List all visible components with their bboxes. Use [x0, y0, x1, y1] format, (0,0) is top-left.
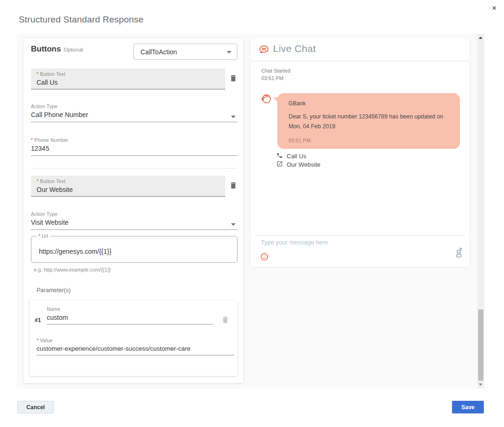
- live-chat-title: Live Chat: [273, 43, 316, 54]
- button-text-field-2[interactable]: *Button Text Our Website: [31, 176, 225, 197]
- external-link-icon: [276, 161, 283, 169]
- parameter-name-label: Name: [47, 306, 213, 312]
- agent-avatar-icon: [260, 92, 273, 107]
- parameter-value-field[interactable]: *Value customer-experience/customer-succ…: [37, 338, 234, 355]
- chat-action-call-us[interactable]: Call Us: [276, 152, 306, 160]
- live-chat-preview-card: Live Chat Chat Started 03:51 PM GBank De…: [251, 38, 469, 267]
- action-type-label: Action Type: [31, 211, 237, 217]
- required-asterisk: *: [38, 233, 40, 239]
- buttons-section-heading: ButtonsOptional: [31, 44, 83, 54]
- chat-input-divider: [255, 235, 465, 236]
- buttons-form-card: ButtonsOptional CallToAction *Button Tex…: [23, 38, 243, 383]
- required-asterisk: *: [31, 137, 33, 143]
- chat-started-label: Chat Started: [261, 67, 290, 74]
- scroll-down-arrow-icon[interactable]: [479, 383, 482, 386]
- button-text-field-1[interactable]: *Button Text Call Us: [31, 68, 225, 89]
- parameter-index: #1: [35, 317, 41, 324]
- chevron-down-icon: [231, 223, 236, 226]
- parameter-value-value: customer-experience/customer-success/cus…: [37, 345, 234, 352]
- live-chat-header: Live Chat: [251, 38, 469, 61]
- phone-icon: [276, 152, 283, 160]
- chevron-down-icon: [227, 51, 231, 53]
- modal-body: ButtonsOptional CallToAction *Button Tex…: [17, 34, 477, 389]
- required-asterisk: *: [37, 338, 38, 343]
- parameter-row-card: #1 Name custom *Value customer-experienc…: [30, 300, 237, 376]
- url-field[interactable]: *Url https://genesys.com/{{1}}: [31, 236, 237, 263]
- close-icon[interactable]: ×: [492, 4, 496, 12]
- chat-started-time: 03:51 PM: [261, 74, 290, 82]
- message-time: 03:51 PM: [289, 138, 451, 143]
- save-button[interactable]: Save: [452, 401, 484, 413]
- scroll-up-arrow-icon[interactable]: [479, 37, 482, 39]
- phone-number-field[interactable]: *Phone Number 12345: [31, 137, 237, 156]
- button-type-dropdown[interactable]: CallToAction: [133, 44, 237, 60]
- action-type-field-2[interactable]: Action Type Visit Website: [31, 211, 237, 230]
- vertical-scrollbar[interactable]: [477, 34, 484, 389]
- chat-started-info: Chat Started 03:51 PM: [261, 67, 290, 82]
- parameter-name-field[interactable]: Name custom: [47, 306, 213, 324]
- chat-message-input[interactable]: [261, 239, 401, 246]
- url-hint: e.g. http://www.example.com/{{1}}: [34, 267, 111, 272]
- delete-button-2-trash-icon[interactable]: [229, 181, 238, 191]
- chevron-down-icon: [231, 116, 236, 118]
- scrollbar-thumb[interactable]: [478, 309, 483, 381]
- action-type-value: Visit Website: [31, 219, 237, 226]
- message-text: Dear S, your ticket number 123456789 has…: [289, 112, 455, 132]
- action-type-field-1[interactable]: Action Type Call Phone Number: [31, 103, 237, 122]
- message-sender: GBank: [289, 100, 451, 107]
- parameters-heading: Parameter(s): [37, 287, 71, 294]
- chat-action-our-website[interactable]: Our Website: [276, 161, 320, 169]
- button-text-label: *Button Text: [37, 71, 220, 77]
- button-text-label: *Button Text: [37, 178, 220, 184]
- phone-number-value: 12345: [31, 145, 237, 152]
- action-type-label: Action Type: [31, 103, 237, 109]
- parameter-value-label: *Value: [37, 338, 234, 343]
- modal-title: Structured Standard Response: [19, 15, 143, 25]
- delete-parameter-trash-icon[interactable]: [221, 316, 230, 325]
- chat-message-bubble: GBank Dear S, your ticket number 1234567…: [277, 93, 460, 149]
- chat-bubble-icon: [258, 44, 270, 58]
- required-asterisk: *: [37, 178, 38, 184]
- url-label: *Url: [37, 233, 50, 239]
- brand-logo-icon: [456, 248, 463, 260]
- section-divider: [31, 168, 237, 169]
- button-text-value: Our Website: [37, 186, 220, 193]
- button-text-value: Call Us: [37, 79, 220, 86]
- parameter-name-value: custom: [47, 314, 213, 321]
- action-type-value: Call Phone Number: [31, 111, 237, 118]
- delete-button-1-trash-icon[interactable]: [229, 74, 238, 83]
- url-value: https://genesys.com/{{1}}: [39, 248, 111, 255]
- phone-number-label: *Phone Number: [31, 137, 237, 143]
- cancel-button[interactable]: Cancel: [17, 401, 54, 413]
- optional-badge: Optional: [64, 47, 83, 52]
- emoji-icon[interactable]: [260, 253, 268, 262]
- required-asterisk: *: [37, 71, 38, 77]
